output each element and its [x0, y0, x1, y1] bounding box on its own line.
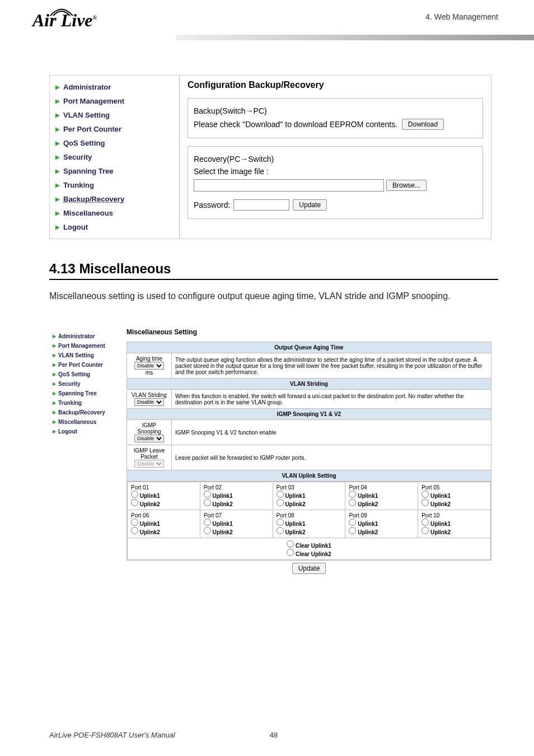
sidebar-item-trunking[interactable]: ▶Trunking [50, 178, 179, 192]
port-label: Port 07 [204, 512, 222, 519]
clear-uplink2-radio[interactable] [287, 549, 294, 556]
section-underline [49, 279, 498, 280]
uplink1-radio[interactable] [349, 491, 356, 498]
sidebar-item-logout[interactable]: ▶Logout [49, 427, 127, 436]
update-button[interactable]: Update [293, 199, 327, 211]
igmp-snoop-label: IGMP Snooping [137, 422, 161, 435]
sidebar-item-vlan-setting[interactable]: ▶VLAN Setting [49, 351, 127, 360]
uplink2-radio[interactable] [421, 527, 429, 534]
uplink-port-cell: Port 04 Uplink1 Uplink2 [345, 482, 418, 510]
striding-cell: VLAN Striding Disable [127, 390, 172, 409]
recovery-text: Select the image file : [194, 167, 269, 176]
sidebar-item-per-port-counter[interactable]: ▶Per Port Counter [50, 122, 179, 136]
igmp-leave-label: IGMP Leave Packet [134, 447, 165, 460]
sidebar-item-port-management[interactable]: ▶Port Management [49, 341, 127, 351]
port-label: Port 05 [421, 484, 439, 491]
settings-table: Output Queue Aging Time Aging time Disab… [127, 342, 491, 561]
uplink1-label: Uplink1 [430, 493, 451, 499]
sidebar: ▶Administrator ▶Port Management ▶VLAN Se… [50, 76, 180, 239]
striding-header: VLAN Striding [127, 379, 491, 390]
sidebar-item-qos-setting[interactable]: ▶QoS Setting [49, 370, 127, 379]
igmp-snoop-cell: IGMP Snooping Disable [127, 420, 172, 445]
striding-select[interactable]: Disable [134, 398, 164, 406]
uplink1-label: Uplink1 [140, 521, 160, 527]
uplink1-radio[interactable] [204, 491, 211, 498]
download-button[interactable]: Download [402, 119, 444, 130]
password-label: Password: [194, 200, 230, 209]
browse-button[interactable]: Browse... [386, 180, 427, 191]
sidebar-item-miscellaneous[interactable]: ▶Miscellaneous [50, 206, 179, 220]
sidebar-item-logout[interactable]: ▶Logout [50, 220, 179, 234]
igmp-snoop-select[interactable]: Disable [134, 435, 164, 442]
recovery-section: Recovery(PC→Switch) Select the image fil… [188, 146, 483, 219]
uplink-header: VLAN Uplink Setting [127, 470, 491, 482]
sidebar-item-miscellaneous[interactable]: ▶Miscellaneous [49, 417, 127, 427]
file-path-input[interactable] [194, 179, 384, 192]
igmp-leave-desc: Leave packet will be forwarded to IGMP r… [172, 445, 491, 470]
uplink2-radio[interactable] [349, 499, 356, 506]
uplink1-radio[interactable] [204, 519, 211, 526]
aging-select[interactable]: Disable [134, 362, 164, 370]
aging-desc: The output queue aging function allows t… [172, 353, 491, 379]
uplink1-radio[interactable] [277, 491, 284, 498]
clear-uplink1-label: Clear Uplink1 [296, 543, 331, 549]
uplink1-radio[interactable] [131, 491, 138, 498]
backup-header: Backup(Switch→PC) [194, 106, 267, 115]
uplink1-radio[interactable] [349, 519, 356, 526]
uplink1-radio[interactable] [421, 519, 429, 526]
uplink-port-cell: Port 02 Uplink1 Uplink2 [200, 482, 273, 510]
sidebar-item-backup-recovery[interactable]: ▶Backup/Recovery [49, 408, 127, 417]
sidebar-item-spanning-tree[interactable]: ▶Spanning Tree [49, 389, 127, 398]
uplink2-radio[interactable] [349, 527, 356, 534]
uplink2-radio[interactable] [421, 499, 429, 506]
chevron-icon: ▶ [53, 429, 56, 434]
uplink-table: Port 01 Uplink1 Uplink2Port 02 Uplink1 U… [127, 482, 491, 560]
chevron-icon: ▶ [53, 353, 56, 358]
sidebar-item-security[interactable]: ▶Security [50, 150, 179, 164]
uplink2-radio[interactable] [204, 499, 211, 506]
sidebar-item-per-port-counter[interactable]: ▶Per Port Counter [49, 360, 127, 370]
chevron-icon: ▶ [53, 372, 56, 377]
sidebar-item-spanning-tree[interactable]: ▶Spanning Tree [50, 164, 179, 178]
sidebar: ▶Administrator ▶Port Management ▶VLAN Se… [49, 328, 127, 574]
uplink-port-cell: Port 09 Uplink1 Uplink2 [345, 510, 418, 538]
chevron-icon: ▶ [53, 400, 56, 405]
uplink-port-cell: Port 03 Uplink1 Uplink2 [273, 482, 345, 510]
chevron-icon: ▶ [53, 410, 56, 415]
uplink2-radio[interactable] [204, 527, 211, 534]
uplink2-label: Uplink2 [140, 529, 160, 535]
uplink2-radio[interactable] [277, 527, 284, 534]
igmp-leave-cell: IGMP Leave Packet Disable [127, 445, 172, 470]
sidebar-item-security[interactable]: ▶Security [49, 379, 127, 389]
uplink-port-cell: Port 06 Uplink1 Uplink2 [128, 510, 200, 538]
clear-uplink1-radio[interactable] [287, 540, 294, 548]
section-heading: 4.13 Miscellaneous [49, 261, 171, 277]
update-button[interactable]: Update [292, 563, 326, 574]
uplink1-radio[interactable] [277, 519, 284, 526]
sidebar-item-administrator[interactable]: ▶Administrator [50, 80, 179, 94]
sidebar-item-vlan-setting[interactable]: ▶VLAN Setting [50, 108, 179, 122]
uplink2-radio[interactable] [131, 499, 138, 506]
sidebar-item-backup-recovery[interactable]: ▶Backup/Recovery [50, 192, 179, 206]
password-input[interactable] [233, 199, 289, 211]
uplink-port-cell: Port 01 Uplink1 Uplink2 [128, 482, 200, 510]
port-label: Port 06 [131, 512, 149, 519]
uplink1-radio[interactable] [131, 519, 138, 526]
backup-section: Backup(Switch→PC) Please check "Download… [188, 98, 483, 138]
uplink-port-cell: Port 07 Uplink1 Uplink2 [200, 510, 273, 538]
uplink-port-cell: Port 05 Uplink1 Uplink2 [418, 482, 491, 510]
uplink2-label: Uplink2 [213, 501, 233, 507]
sidebar-item-trunking[interactable]: ▶Trunking [49, 398, 127, 408]
sidebar-item-administrator[interactable]: ▶Administrator [49, 332, 127, 341]
uplink2-label: Uplink2 [358, 501, 378, 507]
uplink1-radio[interactable] [421, 491, 429, 498]
chevron-icon: ▶ [55, 154, 60, 160]
uplink2-radio[interactable] [277, 499, 284, 506]
chevron-icon: ▶ [53, 334, 56, 339]
igmp-snoop-desc: IGMP Snooping V1 & V2 function enable [172, 420, 491, 445]
sidebar-item-qos-setting[interactable]: ▶QoS Setting [50, 136, 179, 150]
sidebar-item-port-management[interactable]: ▶Port Management [50, 94, 179, 108]
screenshot-backup-recovery: ▶Administrator ▶Port Management ▶VLAN Se… [49, 75, 491, 239]
aging-unit: ms [146, 370, 153, 376]
uplink2-radio[interactable] [131, 527, 138, 534]
